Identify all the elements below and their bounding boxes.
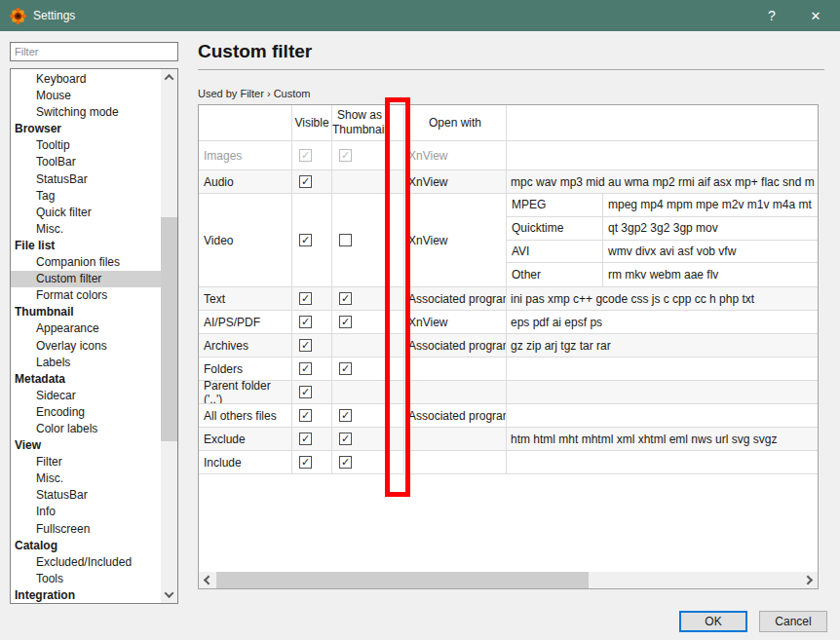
thumbnail-checkbox[interactable]: [339, 234, 352, 246]
header-narrow-column: [388, 105, 404, 140]
narrow-cell: [388, 404, 404, 427]
visible-checkbox[interactable]: [299, 433, 312, 445]
header-visible: Visible: [292, 105, 332, 140]
extensions-cell: [507, 141, 818, 169]
sidebar-item-misc-view[interactable]: Misc.: [11, 471, 163, 487]
table-row: Images XnView: [199, 141, 818, 170]
table-row: Parent folder ('..'): [199, 381, 818, 404]
extensions-cell: [507, 381, 818, 403]
table-row: AI/PS/PDF XnView eps pdf ai epsf ps: [199, 311, 818, 334]
close-button[interactable]: ✕: [796, 0, 835, 31]
scroll-up-button[interactable]: [161, 69, 177, 86]
settings-filter-input[interactable]: [10, 42, 178, 61]
close-icon: ✕: [811, 9, 821, 23]
window-titlebar: Settings ? ✕: [0, 0, 840, 31]
sidebar-scrollbar-thumb[interactable]: [161, 217, 177, 441]
sidebar-item-custom-filter[interactable]: Custom filter: [11, 271, 163, 287]
visible-checkbox[interactable]: [299, 149, 312, 162]
sidebar-item-file-list[interactable]: File list: [11, 238, 163, 254]
extensions-cell: [507, 451, 818, 473]
sidebar-item-quick-filter[interactable]: Quick filter: [11, 205, 163, 221]
thumbnail-checkbox[interactable]: [339, 456, 352, 469]
help-button[interactable]: ?: [752, 0, 791, 31]
table-row: Folders: [199, 358, 818, 381]
visible-checkbox[interactable]: [299, 456, 312, 469]
open-with-cell: [404, 358, 507, 380]
visible-checkbox[interactable]: [299, 234, 312, 246]
sidebar-item-color-labels[interactable]: Color labels: [11, 421, 163, 437]
sidebar-item-tools[interactable]: Tools: [11, 571, 163, 587]
ok-button[interactable]: OK: [679, 611, 747, 632]
table-horizontal-scrollbar[interactable]: [199, 572, 818, 588]
video-format-name: MPEG: [507, 194, 603, 216]
extensions-cell: ini pas xmp c++ gcode css js c cpp cc h …: [507, 287, 818, 310]
cancel-button[interactable]: Cancel: [759, 611, 827, 632]
thumbnail-checkbox[interactable]: [339, 362, 352, 375]
help-icon: ?: [768, 8, 776, 23]
open-with-cell: [404, 451, 507, 473]
sidebar-item-overlay-icons[interactable]: Overlay icons: [11, 338, 163, 355]
thumbnail-checkbox[interactable]: [339, 149, 352, 162]
sidebar-item-tag[interactable]: Tag: [11, 188, 163, 205]
sidebar-item-appearance[interactable]: Appearance: [11, 320, 163, 337]
header-open-with: Open with: [404, 105, 507, 140]
sidebar-item-excluded-included[interactable]: Excluded/Included: [11, 554, 163, 571]
table-row: Audio XnView mpc wav mp3 mid au wma mp2 …: [199, 170, 818, 194]
visible-checkbox[interactable]: [299, 386, 312, 398]
video-format-extensions: qt 3gp2 3g2 3gp mov: [603, 217, 818, 240]
table-header-row: Visible Show as Thumbnail Open with: [199, 105, 818, 141]
video-format-extensions: wmv divx avi asf vob vfw: [603, 241, 818, 263]
sidebar-item-fullscreen[interactable]: Fullscreen: [11, 521, 163, 538]
sidebar-item-misc-browser[interactable]: Misc.: [11, 221, 163, 238]
sidebar-item-encoding[interactable]: Encoding: [11, 404, 163, 421]
visible-checkbox[interactable]: [299, 339, 312, 352]
sidebar-item-integration[interactable]: Integration: [11, 587, 163, 604]
sidebar-item-thumbnail[interactable]: Thumbnail: [11, 304, 163, 320]
narrow-cell: [388, 287, 404, 310]
extensions-cell: htm html mht mhtml xml xhtml eml nws url…: [507, 428, 818, 450]
sidebar-item-info[interactable]: Info: [11, 504, 163, 520]
sidebar-item-mouse[interactable]: Mouse: [11, 88, 163, 104]
settings-category-list: Keyboard Mouse Switching mode Browser To…: [10, 68, 178, 604]
sidebar-item-view[interactable]: View: [11, 437, 163, 454]
visible-checkbox[interactable]: [299, 362, 312, 375]
sidebar-item-filter[interactable]: Filter: [11, 454, 163, 471]
visible-checkbox[interactable]: [299, 175, 312, 188]
row-name: Include: [199, 451, 292, 473]
sidebar-item-companion-files[interactable]: Companion files: [11, 254, 163, 271]
sidebar-item-statusbar-view[interactable]: StatusBar: [11, 487, 163, 504]
row-name: Audio: [199, 170, 292, 193]
scroll-right-button[interactable]: [801, 572, 818, 588]
row-name: AI/PS/PDF: [199, 311, 292, 333]
table-row-video: Video XnView MPEG mpeg mp4 mpm mpe m2v m…: [199, 194, 818, 287]
sidebar-item-browser[interactable]: Browser: [11, 121, 163, 137]
sidebar-item-metadata[interactable]: Metadata: [11, 371, 163, 388]
header-show-as-thumbnail: Show as Thumbnail: [332, 105, 388, 140]
visible-checkbox[interactable]: [299, 409, 312, 422]
sidebar-item-catalog[interactable]: Catalog: [11, 538, 163, 554]
chevron-right-icon: [803, 576, 813, 585]
thumbnail-checkbox[interactable]: [339, 433, 352, 445]
scroll-down-button[interactable]: [161, 586, 177, 603]
narrow-cell: [388, 141, 404, 169]
sidebar-item-labels[interactable]: Labels: [11, 355, 163, 371]
thumbnail-checkbox[interactable]: [339, 316, 352, 328]
thumbnail-checkbox[interactable]: [339, 292, 352, 305]
sidebar-item-keyboard[interactable]: Keyboard: [11, 71, 163, 88]
sidebar-item-format-colors[interactable]: Format colors: [11, 287, 163, 304]
visible-checkbox[interactable]: [299, 316, 312, 328]
sidebar-item-sidecar[interactable]: Sidecar: [11, 388, 163, 404]
thumbnail-checkbox[interactable]: [339, 409, 352, 422]
visible-checkbox[interactable]: [299, 292, 312, 305]
horizontal-scrollbar-thumb[interactable]: [216, 572, 589, 588]
sidebar-item-switching-mode[interactable]: Switching mode: [11, 104, 163, 121]
scroll-left-button[interactable]: [199, 572, 215, 588]
sidebar-item-statusbar[interactable]: StatusBar: [11, 171, 163, 188]
sidebar-scrollbar[interactable]: [161, 69, 177, 603]
sidebar-item-toolbar[interactable]: ToolBar: [11, 154, 163, 170]
table-row: Exclude htm html mht mhtml xml xhtml eml…: [199, 428, 818, 451]
video-subrow: MPEG mpeg mp4 mpm mpe m2v m1v m4a mt: [507, 194, 818, 217]
extensions-cell: eps pdf ai epsf ps: [507, 311, 818, 333]
sidebar-item-tooltip[interactable]: Tooltip: [11, 137, 163, 154]
video-sub-table: MPEG mpeg mp4 mpm mpe m2v m1v m4a mt Qui…: [507, 194, 818, 286]
